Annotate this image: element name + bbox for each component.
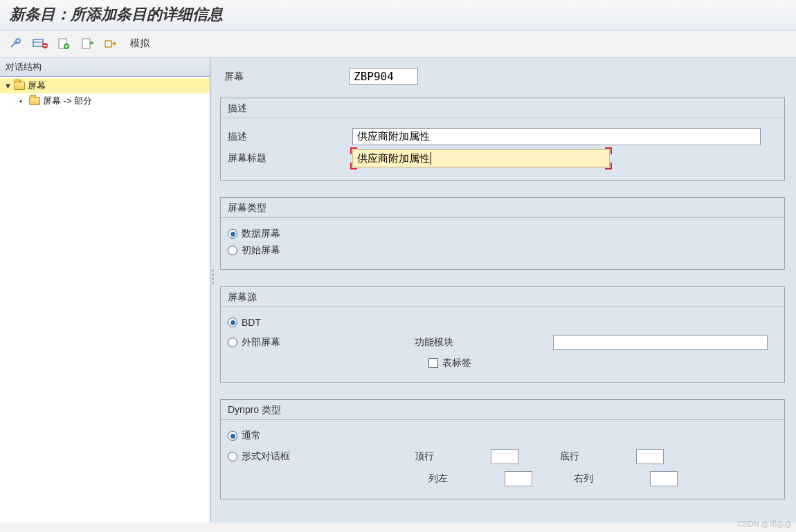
radio-label: 初始屏幕 — [242, 244, 280, 257]
group-title: 屏幕类型 — [221, 198, 784, 218]
table-tab-checkbox[interactable] — [428, 358, 438, 368]
group-screen-source: 屏幕源 BDT 外部屏幕 功能模块 表标签 — [220, 286, 785, 383]
group-description: 描述 描述 供应商附加属性 屏幕标题 供应商附加属性 — [220, 98, 785, 181]
radio-bdt[interactable]: BDT — [228, 317, 777, 328]
table-tab-label: 表标签 — [442, 357, 471, 369]
screen-field-row: 屏幕 ZBP904 — [224, 68, 796, 85]
top-row-label: 顶行 — [415, 450, 491, 463]
toolbar-icon-1[interactable] — [8, 37, 25, 51]
focus-corner-icon — [350, 163, 357, 169]
radio-icon — [228, 246, 237, 255]
radio-label: 通常 — [242, 430, 261, 442]
function-module-label: 功能模块 — [415, 336, 553, 349]
left-col-input[interactable] — [505, 471, 532, 486]
focus-corner-icon — [350, 147, 357, 154]
radio-icon — [228, 318, 237, 327]
workspace: 对话结构 ▼ 屏幕 • 屏幕 -> 部分 屏幕 ZBP904 描述 — [0, 58, 796, 522]
folder-open-icon — [14, 82, 25, 90]
sidebar-header: 对话结构 — [0, 58, 210, 77]
tree-label: 屏幕 — [28, 80, 46, 92]
sidebar: 对话结构 ▼ 屏幕 • 屏幕 -> 部分 — [0, 58, 210, 522]
radio-label: 数据屏幕 — [242, 228, 280, 240]
group-title: 屏幕源 — [221, 287, 784, 307]
radio-modal-dialog[interactable]: 形式对话框 — [228, 450, 415, 463]
radio-icon — [228, 431, 237, 441]
group-title: Dynpro 类型 — [221, 400, 784, 420]
radio-normal[interactable]: 通常 — [228, 430, 777, 442]
svg-rect-1 — [33, 39, 43, 46]
radio-icon — [228, 338, 237, 347]
folder-closed-icon — [29, 97, 40, 105]
tree-collapse-icon[interactable]: ▼ — [4, 82, 11, 90]
tree-label: 屏幕 -> 部分 — [43, 95, 92, 107]
title-bar: 新条目：所添加条目的详细信息 — [0, 0, 796, 31]
screen-title-text: 供应商附加属性 — [357, 152, 430, 165]
radio-label: BDT — [242, 317, 261, 328]
page-title: 新条目：所添加条目的详细信息 — [10, 4, 786, 25]
svg-rect-4 — [44, 45, 47, 46]
description-label: 描述 — [228, 131, 352, 143]
bottom-row-input[interactable] — [636, 449, 664, 464]
radio-data-screen[interactable]: 数据屏幕 — [228, 228, 777, 240]
svg-point-0 — [16, 39, 20, 43]
focus-corner-icon — [605, 147, 612, 154]
group-title: 描述 — [221, 98, 784, 118]
function-module-input[interactable] — [553, 335, 768, 350]
simulate-button[interactable]: 模拟 — [130, 37, 150, 50]
group-screen-type: 屏幕类型 数据屏幕 初始屏幕 — [220, 197, 785, 270]
svg-rect-8 — [105, 41, 111, 47]
watermark: CSDN @邓@@ — [737, 519, 792, 529]
right-col-label: 右列 — [574, 473, 650, 485]
screen-label: 屏幕 — [224, 71, 349, 83]
focus-corner-icon — [605, 163, 612, 169]
text-cursor — [431, 152, 431, 165]
toolbar: 模拟 — [0, 31, 796, 58]
toolbar-icon-4[interactable] — [79, 37, 96, 51]
screen-code-input[interactable]: ZBP904 — [349, 68, 418, 85]
radio-icon — [228, 229, 237, 239]
group-dynpro-type: Dynpro 类型 通常 形式对话框 顶行 底行 — [220, 399, 785, 499]
bottom-row-label: 底行 — [560, 450, 636, 463]
screen-title-input[interactable]: 供应商附加属性 — [352, 149, 610, 167]
top-row-input[interactable] — [491, 449, 518, 464]
description-input[interactable]: 供应商附加属性 — [352, 128, 761, 145]
radio-label: 外部屏幕 — [242, 336, 280, 349]
left-col-label: 列左 — [428, 473, 505, 485]
toolbar-icon-3[interactable] — [55, 37, 72, 51]
tree-bullet-icon: • — [19, 97, 26, 105]
splitter-handle[interactable] — [212, 269, 216, 284]
toolbar-icon-2[interactable] — [32, 37, 48, 51]
main-panel: 屏幕 ZBP904 描述 描述 供应商附加属性 屏幕标题 供应商附加属性 — [210, 58, 796, 522]
radio-label: 形式对话框 — [242, 450, 290, 463]
screen-title-label: 屏幕标题 — [228, 152, 352, 165]
toolbar-icon-5[interactable] — [102, 37, 119, 51]
radio-initial-screen[interactable]: 初始屏幕 — [228, 244, 777, 257]
tree-item-screen-section[interactable]: • 屏幕 -> 部分 — [0, 93, 210, 109]
svg-rect-7 — [82, 39, 90, 48]
right-col-input[interactable] — [650, 471, 678, 486]
radio-external-screen[interactable]: 外部屏幕 — [228, 336, 415, 349]
tree: ▼ 屏幕 • 屏幕 -> 部分 — [0, 77, 210, 110]
tree-item-screen[interactable]: ▼ 屏幕 — [0, 78, 210, 93]
radio-icon — [228, 452, 237, 461]
